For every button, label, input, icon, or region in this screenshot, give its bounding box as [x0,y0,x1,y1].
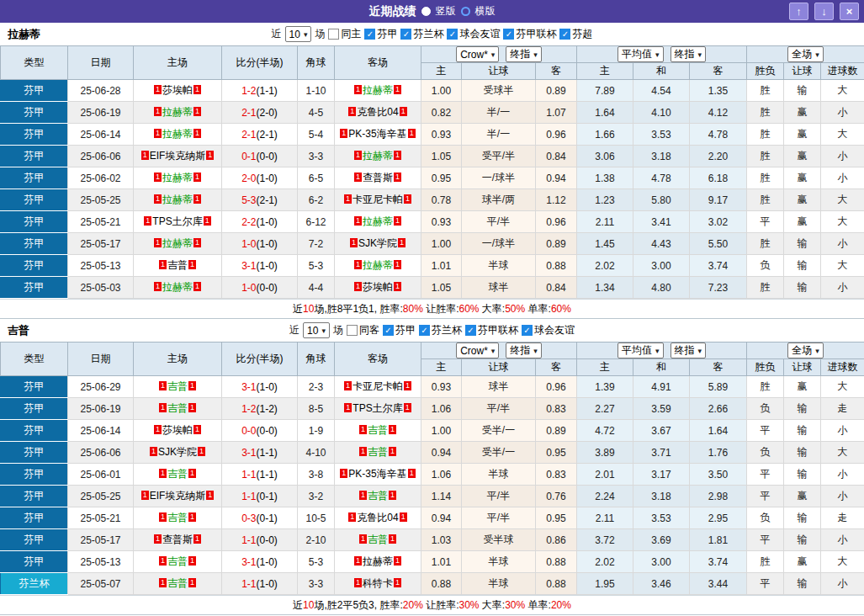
league-filter[interactable]: ✓ 球会友谊 [447,27,500,41]
red-card-badge: 1 [394,216,401,226]
close-button[interactable]: × [840,3,859,20]
sub-header-outcome: 胜负 [747,359,784,376]
fulltime-score: 1-2 [241,85,256,97]
league-filter-label[interactable]: 球会友谊 [459,27,500,41]
fulltime-select[interactable]: 全场▾ [787,343,824,358]
red-card-badge: 1 [348,512,356,522]
result-handicap: 输 [784,573,821,595]
match-date: 25-05-17 [68,529,134,551]
match-date: 25-06-14 [68,420,134,442]
same-venue-filter[interactable]: ✓ 同客 [347,323,379,337]
halftime-score: (1-2) [257,403,278,415]
result-outcome: 平 [747,464,784,486]
league-filter[interactable]: ✓ 球会友谊 [522,323,575,337]
same-venue-filter[interactable]: ✓ 同主 [328,27,361,41]
odds-source-select[interactable]: Crow*▾ [456,343,499,358]
away-team: 1PK-35海辛基1 [335,464,421,486]
handicap-home-odds: 1.03 [421,529,462,551]
league-filter[interactable]: ✓ 芬超 [559,27,592,41]
checkbox-checked-icon[interactable]: ✓ [447,29,458,40]
league-filter-label[interactable]: 芬兰杯 [413,27,443,41]
average-select[interactable]: 平均值▾ [618,343,664,358]
checkbox-checked-icon[interactable]: ✓ [364,29,375,40]
league-filter[interactable]: ✓ 芬甲联杯 [465,323,518,337]
league-filter[interactable]: ✓ 芬兰杯 [419,323,462,337]
same-venue-label[interactable]: 同主 [341,27,361,41]
home-team-name: 拉赫蒂 [162,106,193,118]
handicap-home-odds: 1.05 [421,277,462,299]
final-odds-select[interactable]: 终指▾ [506,46,542,62]
away-team: 1TPS土尔库1 [335,398,421,420]
move-up-button[interactable]: ↑ [789,3,808,20]
league-filter-label[interactable]: 芬甲联杯 [478,323,518,337]
red-card-badge: 1 [394,85,401,94]
move-down-button[interactable]: ↓ [814,3,834,20]
handicap-home-odds: 1.05 [421,146,462,167]
handicap-group-header: Crow*▾ 终指▾ [421,46,577,63]
home-team-name: 吉普 [167,259,188,271]
red-card-badge: 1 [398,238,405,247]
red-card-badge: 1 [394,282,401,291]
handicap-line: 半/一 [462,124,536,146]
checkbox-checked-icon[interactable]: ✓ [503,29,514,40]
league-filter-label[interactable]: 芬甲 [395,323,416,337]
checkbox-unchecked-icon[interactable]: ✓ [328,29,339,40]
recent-count-select[interactable]: 10▾ [285,26,312,42]
handicap-away-odds: 0.88 [536,573,577,595]
match-type: 芬甲 [1,442,68,464]
table-row: 芬甲 25-05-25 1拉赫蒂1 5-3(2-1) 6-2 1卡亚尼卡帕1 0… [1,189,864,211]
handicap-away-odds: 0.89 [536,420,577,442]
match-score: 0-0(0-0) [222,420,298,442]
handicap-home-odds: 1.00 [421,80,462,102]
result-group-header: 全场▾ [747,343,864,359]
fulltime-select[interactable]: 全场▾ [787,46,824,62]
result-goals: 大 [821,551,864,573]
checkbox-checked-icon[interactable]: ✓ [419,325,430,336]
handicap-home-odds: 1.01 [421,255,462,277]
league-filter[interactable]: ✓ 芬甲 [364,27,397,41]
match-date: 25-05-03 [68,277,134,299]
result-goals: 大 [821,376,864,398]
red-card-badge: 1 [389,447,396,456]
same-venue-label[interactable]: 同客 [359,323,379,337]
average-final-select[interactable]: 终指▾ [671,46,707,62]
radio-vertical-label[interactable]: 竖版 [436,4,456,19]
league-filter-label[interactable]: 芬兰杯 [432,323,462,337]
avg-draw-odds: 3.00 [633,255,690,277]
avg-away-odds: 1.76 [690,442,747,464]
league-filter-label[interactable]: 球会友谊 [534,323,575,337]
checkbox-checked-icon[interactable]: ✓ [522,325,533,336]
avg-home-odds: 3.06 [577,146,633,167]
home-team-name: 吉普 [167,555,188,567]
average-select[interactable]: 平均值▾ [618,46,664,62]
league-filter[interactable]: ✓ 芬甲联杯 [503,27,556,41]
down-arrow-icon: ↓ [821,5,827,18]
avg-home-odds: 2.02 [577,551,633,573]
final-odds-select[interactable]: 终指▾ [506,343,542,358]
radio-vertical-layout[interactable] [421,7,431,16]
avg-home-odds: 3.89 [577,442,633,464]
checkbox-unchecked-icon[interactable]: ✓ [347,325,358,336]
league-filter[interactable]: ✓ 芬兰杯 [400,27,443,41]
result-goals: 小 [821,486,864,507]
recent-count-select[interactable]: 10▾ [303,322,330,338]
checkbox-checked-icon[interactable]: ✓ [465,325,476,336]
games-label: 场 [333,323,343,337]
radio-horizontal-label[interactable]: 横版 [475,4,496,19]
red-card-badge: 1 [193,107,201,116]
handicap-away-odds: 1.12 [536,189,577,211]
league-filter-label[interactable]: 芬超 [572,27,592,41]
radio-horizontal-layout[interactable] [461,7,470,16]
average-final-select[interactable]: 终指▾ [671,343,707,358]
avg-draw-odds: 4.54 [633,80,690,102]
checkbox-checked-icon[interactable]: ✓ [400,29,411,40]
league-filter[interactable]: ✓ 芬甲 [383,323,416,337]
league-filter-label[interactable]: 芬甲 [377,27,397,41]
checkbox-checked-icon[interactable]: ✓ [383,325,394,336]
odds-source-select[interactable]: Crow*▾ [456,46,499,62]
result-handicap: 赢 [784,551,821,573]
checkbox-checked-icon[interactable]: ✓ [559,29,570,40]
avg-draw-odds: 3.18 [633,146,690,167]
away-team-name: TPS土尔库 [352,402,402,414]
league-filter-label[interactable]: 芬甲联杯 [516,27,556,41]
